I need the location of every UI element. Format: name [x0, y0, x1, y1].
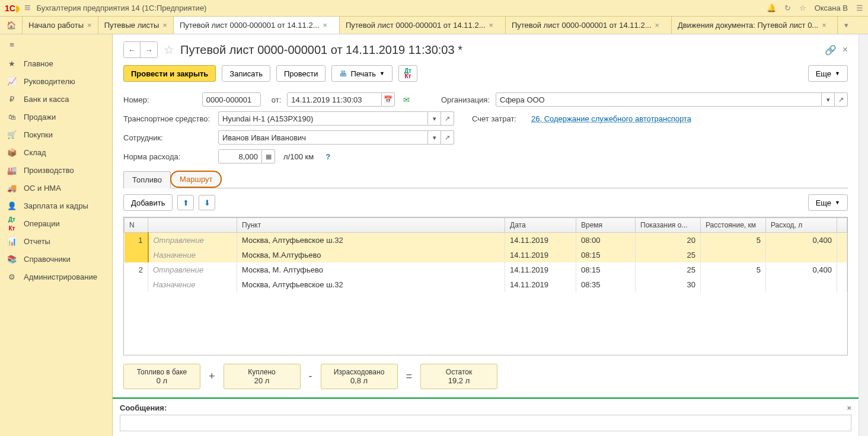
- table-row[interactable]: 1 Отправление Москва, Алтуфьевское ш.32 …: [125, 233, 847, 248]
- book-icon: 📚: [7, 255, 17, 264]
- open-icon[interactable]: ↗: [441, 130, 454, 145]
- favorite-icon[interactable]: ☆: [164, 43, 174, 57]
- menu-icon[interactable]: ≡: [24, 2, 31, 14]
- sidebar-item-hr[interactable]: 👤Зарплата и кадры: [0, 197, 112, 214]
- fuel-rest: Остаток19,2 л: [420, 364, 497, 389]
- fuel-bought: Куплено20 л: [224, 364, 301, 389]
- nav-fwd-button[interactable]: →: [141, 42, 157, 57]
- rate-input[interactable]: 8,000: [218, 149, 262, 164]
- col-date[interactable]: Дата: [505, 218, 576, 233]
- move-down-button[interactable]: ⬇: [199, 195, 215, 210]
- close-icon[interactable]: ×: [323, 21, 328, 30]
- equals-icon: =: [406, 370, 413, 383]
- print-button[interactable]: 🖶Печать▼: [331, 65, 392, 82]
- sidebar-item-manager[interactable]: 📈Руководителю: [0, 72, 112, 90]
- table-more-button[interactable]: Еще▼: [808, 194, 848, 211]
- dropdown-icon[interactable]: ▾: [428, 130, 441, 145]
- minus-icon: -: [309, 370, 312, 383]
- cost-label: Счет затрат:: [472, 114, 525, 123]
- factory-icon: 🏭: [7, 166, 17, 175]
- fuel-tank: Топливо в баке0 л: [123, 364, 200, 389]
- box-icon: 📦: [7, 148, 17, 157]
- sidebar-item-bank[interactable]: ₽Банк и касса: [0, 90, 112, 108]
- bell-icon[interactable]: 🔔: [767, 4, 776, 12]
- post-button[interactable]: Провести: [276, 65, 326, 82]
- col-n[interactable]: N: [125, 218, 148, 233]
- dtdk-icon: ДтКт: [7, 214, 17, 232]
- employee-input[interactable]: Иванов Иван Иванович: [218, 130, 428, 145]
- sidebar-item-production[interactable]: 🏭Производство: [0, 161, 112, 179]
- tab-waybill-3[interactable]: Путевой лист 0000-000001 от 14.11.2...×: [506, 17, 672, 34]
- open-icon[interactable]: ↗: [441, 111, 454, 126]
- home-tab[interactable]: 🏠: [0, 17, 23, 34]
- table-row[interactable]: Назначение Москва, Алтуфьевское ш.32 14.…: [125, 277, 847, 292]
- sidebar-item-catalogs[interactable]: 📚Справочники: [0, 250, 112, 268]
- close-icon[interactable]: ×: [87, 21, 92, 30]
- close-icon[interactable]: ×: [843, 44, 848, 56]
- sidebar-burger[interactable]: ≡: [0, 34, 112, 54]
- sidebar-item-admin[interactable]: ⚙Администрирование: [0, 268, 112, 286]
- tab-route[interactable]: Маршрут: [170, 171, 222, 188]
- calendar-icon[interactable]: 📅: [382, 92, 395, 107]
- window-menu-icon[interactable]: ☰: [856, 4, 863, 12]
- col-type[interactable]: [148, 218, 237, 233]
- gear-icon: ⚙: [7, 272, 17, 281]
- org-input[interactable]: Сфера ООО: [496, 92, 822, 107]
- post-and-close-button[interactable]: Провести и закрыть: [123, 65, 216, 82]
- tab-start[interactable]: Начало работы×: [23, 17, 98, 34]
- sidebar-item-sales[interactable]: 🛍Продажи: [0, 108, 112, 126]
- nav-back-button[interactable]: ←: [124, 42, 141, 57]
- chart-icon: 📈: [7, 77, 17, 86]
- table-row[interactable]: 2 Отправление Москва, М. Алтуфьево 14.11…: [125, 262, 847, 277]
- sidebar-item-stock[interactable]: 📦Склад: [0, 143, 112, 161]
- more-button[interactable]: Еще▼: [808, 65, 848, 82]
- col-scroll: [837, 218, 847, 233]
- col-odo[interactable]: Показания о...: [636, 218, 701, 233]
- add-row-button[interactable]: Добавить: [123, 194, 173, 211]
- cost-account-link[interactable]: 26, Содержание служебного автотранспорта: [531, 114, 691, 123]
- close-icon[interactable]: ×: [822, 21, 826, 30]
- dropdown-icon[interactable]: ▾: [428, 111, 441, 126]
- col-time[interactable]: Время: [576, 218, 636, 233]
- tab-waybills[interactable]: Путевые листы×: [98, 17, 174, 34]
- messages-label: Сообщения:: [120, 403, 847, 412]
- open-icon[interactable]: ↗: [835, 92, 848, 107]
- rate-label: Норма расхода:: [123, 152, 212, 161]
- sidebar-item-purchases[interactable]: 🛒Покупки: [0, 126, 112, 143]
- date-input[interactable]: 14.11.2019 11:30:03: [287, 92, 382, 107]
- col-dist[interactable]: Расстояние, км: [701, 218, 766, 233]
- link-icon[interactable]: 🔗: [825, 44, 837, 56]
- move-up-button[interactable]: ⬆: [177, 195, 194, 210]
- mail-icon[interactable]: ✉: [403, 95, 410, 104]
- close-icon[interactable]: ×: [489, 21, 494, 30]
- tab-fuel[interactable]: Топливо: [123, 171, 171, 188]
- user-name[interactable]: Оксана В: [815, 4, 848, 12]
- dropdown-icon[interactable]: ▾: [822, 92, 835, 107]
- tab-waybill-2[interactable]: Путевой лист 0000-000001 от 14.11.2...×: [340, 17, 506, 34]
- sidebar-item-main[interactable]: ★Главное: [0, 54, 112, 72]
- org-label: Организация:: [441, 95, 490, 104]
- tab-waybill-1[interactable]: Путевой лист 0000-000001 от 14.11.2...×: [174, 17, 340, 34]
- table-row[interactable]: Назначение Москва, М.Алтуфьево 14.11.201…: [125, 248, 847, 262]
- calc-icon[interactable]: ▦: [262, 149, 275, 164]
- tab-movements[interactable]: Движения документа: Путевой лист 0...×: [672, 17, 838, 34]
- history-icon[interactable]: ↻: [784, 4, 791, 12]
- close-icon[interactable]: ×: [655, 21, 660, 30]
- postings-button[interactable]: ДтКт: [398, 65, 417, 82]
- sidebar-item-ops[interactable]: ДтКтОперации: [0, 214, 112, 232]
- employee-label: Сотрудник:: [123, 133, 212, 142]
- sidebar-item-assets[interactable]: 🚚ОС и НМА: [0, 179, 112, 197]
- number-input[interactable]: 0000-000001: [202, 92, 261, 107]
- app-title: Бухгалтерия предприятия 14 (1С:Предприят…: [36, 4, 766, 12]
- star-icon[interactable]: ☆: [799, 4, 806, 12]
- tabs-more[interactable]: ▾: [838, 17, 856, 34]
- col-cons[interactable]: Расход, л: [766, 218, 837, 233]
- vehicle-input[interactable]: Hyundai H-1 (А153РХ190): [218, 111, 428, 126]
- messages-close-icon[interactable]: ×: [847, 403, 851, 412]
- number-label: Номер:: [123, 95, 196, 104]
- close-icon[interactable]: ×: [162, 21, 167, 30]
- help-icon[interactable]: ?: [326, 152, 330, 161]
- sidebar-item-reports[interactable]: 📊Отчеты: [0, 232, 112, 250]
- save-button[interactable]: Записать: [222, 65, 270, 82]
- col-punkt[interactable]: Пункт: [237, 218, 505, 233]
